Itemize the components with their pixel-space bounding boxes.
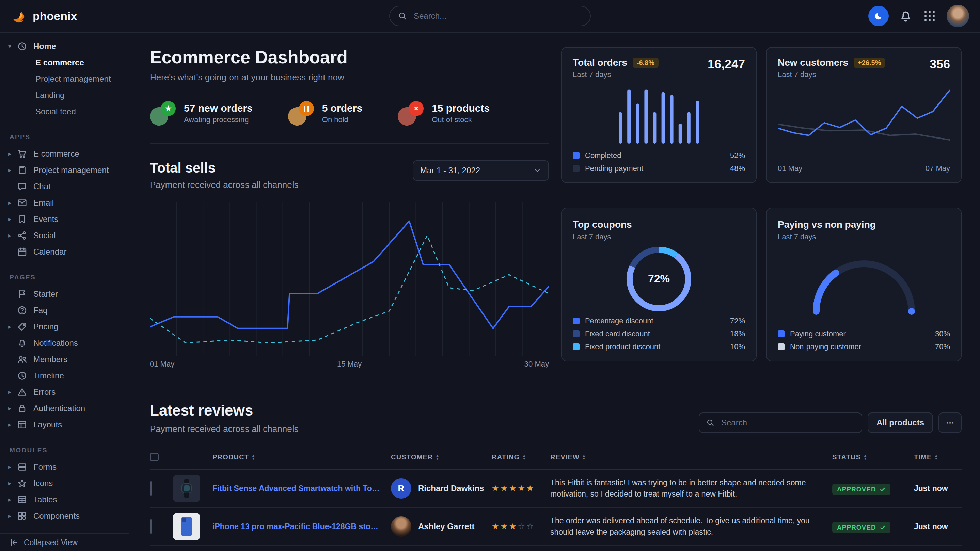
global-search[interactable] [389,6,591,26]
legend-item: Completed52% [573,151,745,160]
page-subtitle: Here's what's going on at your business … [150,72,549,83]
mail-icon [17,198,27,208]
column-header-status[interactable]: STATUS ▴▾ [832,453,914,461]
date-range-select[interactable]: Mar 1 - 31, 2022 [413,160,549,181]
sidebar-item-e-commerce[interactable]: E commerce [0,54,129,71]
sidebar-item-landing[interactable]: Landing [0,87,129,103]
legend-value: 72% [730,316,745,326]
sidebar-item-calendar[interactable]: Calendar [0,244,129,260]
column-header-rating[interactable]: RATING ▴▾ [492,453,550,461]
moon-icon [873,11,884,21]
flag-icon [17,289,27,299]
sidebar-item-project-management[interactable]: ▸Project management [0,162,129,178]
global-search-input[interactable] [412,11,582,21]
trend-badge: +26.5% [854,57,885,68]
product-thumbnail [173,513,200,540]
product-link[interactable]: iPhone 13 pro max-Pacific Blue-128GB sto… [213,522,391,531]
legend-swatch [573,343,579,350]
notifications-button[interactable] [899,9,913,23]
sidebar-item-faq[interactable]: Faq [0,302,129,319]
dashboard-section: Ecommerce Dashboard Here's what's going … [129,33,980,368]
sort-icon: ▴▾ [252,454,255,460]
sidebar-item-layouts[interactable]: ▸Layouts [0,416,129,433]
reviews-controls: All products ⋯ [699,413,962,433]
dark-mode-toggle[interactable] [868,6,889,26]
product-link[interactable]: Fitbit Sense Advanced Smartwatch with To… [213,484,391,493]
brand-logo[interactable]: phoenix [11,8,77,24]
column-header-product[interactable]: PRODUCT ▴▾ [213,453,391,461]
collapse-view-button[interactable]: Collapsed View [0,533,129,551]
sidebar-item-components[interactable]: ▸Components [0,508,129,524]
sidebar-item-chat[interactable]: Chat [0,178,129,195]
reviews-search[interactable] [699,413,862,433]
column-header-customer[interactable]: CUSTOMER ▴▾ [391,453,492,461]
stat-value: 15 products [432,102,490,114]
sidebar: ▾HomeE commerceProject managementLanding… [0,33,129,551]
star-icon: ★ [527,484,535,493]
star-icon: ★ [501,522,509,531]
reviews-search-input[interactable] [720,417,855,428]
sidebar-item-pricing[interactable]: ▸Pricing [0,319,129,335]
sidebar-item-label: Email [33,198,54,208]
card-title: Total orders [573,57,627,68]
sidebar-item-authentication[interactable]: ▸Authentication [0,400,129,416]
card-title: Paying vs non paying [778,219,876,230]
top-coupons-chart-area: 72% [573,241,745,316]
select-all-checkbox[interactable] [150,453,159,462]
legend-value: 10% [730,342,745,351]
legend-label: Percentage discount [585,316,654,326]
total-sells-chart [150,203,549,356]
sidebar-item-label: Errors [33,387,56,397]
sidebar-item-notifications[interactable]: Notifications [0,335,129,351]
legend-item: Paying customer30% [778,329,950,338]
legend-value: 52% [730,151,745,160]
shell: ▾HomeE commerceProject managementLanding… [0,33,980,551]
all-products-button[interactable]: All products [868,413,933,433]
stats-row: ★ 57 new orders Awating processing [150,101,549,144]
sidebar-item-events[interactable]: ▸Events [0,211,129,227]
check-icon [880,524,886,530]
coupons-donut-chart: 72% [624,244,694,314]
column-header-time[interactable]: TIME ▴▾ [914,453,962,461]
status-cell: APPROVED [832,481,914,495]
more-options-button[interactable]: ⋯ [939,413,962,433]
sidebar-item-timeline[interactable]: Timeline [0,368,129,384]
check-icon [880,486,886,492]
sidebar-item-errors[interactable]: ▸Errors [0,384,129,400]
table-icon [17,494,27,505]
sidebar-item-e-commerce[interactable]: ▸E commerce [0,146,129,162]
sidebar-item-tables[interactable]: ▸Tables [0,491,129,508]
sidebar-item-label: Components [33,511,80,521]
sidebar-item-label: Faq [33,306,47,315]
row-checkbox[interactable] [150,481,152,495]
user-avatar[interactable] [947,5,969,27]
legend-label: Fixed product discount [585,342,660,351]
sort-icon: ▴▾ [935,454,938,460]
dashboard-left-column: Ecommerce Dashboard Here's what's going … [150,47,549,368]
sidebar-item-members[interactable]: Members [0,351,129,368]
star-icon: ★ [509,484,518,493]
sort-icon: ▴▾ [583,454,585,460]
sidebar-item-project-management[interactable]: Project management [0,71,129,87]
app-root: phoenix ▾HomeE commerceProject managemen… [0,0,980,551]
chevron-icon: ▸ [8,496,17,503]
sidebar-item-email[interactable]: ▸Email [0,195,129,211]
apps-grid-button[interactable] [923,9,936,23]
sidebar-item-forms[interactable]: ▸Forms [0,459,129,475]
sidebar-section-label-modules: MODULES [10,446,129,454]
x-tick: 01 May [778,164,802,173]
star-icon: ★ [518,484,527,493]
sidebar-item-social[interactable]: ▸Social [0,227,129,244]
sidebar-item-home[interactable]: ▾Home [0,38,129,54]
lock-icon [17,403,27,413]
sidebar-item-social-feed[interactable]: Social feed [0,103,129,120]
sidebar-item-icons[interactable]: ▸Icons [0,475,129,491]
row-checkbox[interactable] [150,519,152,534]
donut-center-label: 72% [624,244,694,314]
sidebar-item-starter[interactable]: Starter [0,286,129,302]
column-header-review[interactable]: REVIEW ▴▾ [550,453,832,461]
sidebar-section-label-pages: PAGES [10,274,129,281]
x-tick: 07 May [926,164,950,173]
card-title: New customers [778,57,848,68]
new-customers-card: New customers +26.5% Last 7 days 356 01 … [766,47,962,183]
